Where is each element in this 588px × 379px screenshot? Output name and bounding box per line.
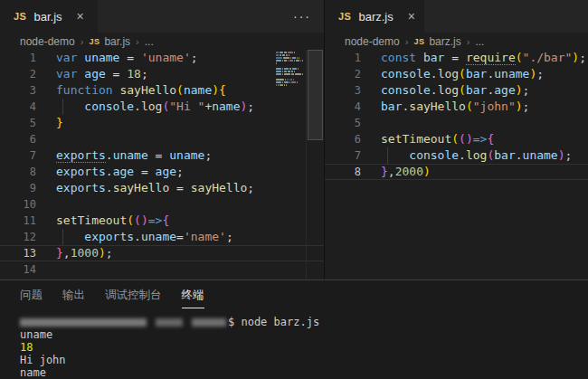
line-number[interactable]: 6 [0, 131, 36, 147]
chevron-right-icon: › [467, 36, 470, 47]
js-file-icon: JS [14, 11, 26, 22]
code-line[interactable]: 4bar.sayHello("john"); [325, 99, 588, 115]
line-number[interactable]: 11 [0, 213, 36, 229]
minimap-line [276, 81, 305, 83]
minimap-line [276, 84, 305, 86]
code-text: console.log(bar.uname); [361, 66, 544, 82]
code-line[interactable]: 14 [0, 261, 324, 278]
minimap-line [276, 79, 305, 81]
code-text: } [36, 115, 63, 131]
breadcrumb: node-demo › JS bar.js › ... [0, 33, 324, 50]
line-number[interactable]: 7 [0, 147, 36, 164]
code-line[interactable]: 8},2000) [325, 164, 588, 180]
code-line[interactable]: 7exports.uname = uname; [0, 147, 324, 164]
line-number[interactable]: 10 [0, 196, 36, 213]
code-text: function sayHello(name){ [36, 82, 226, 99]
code-text: exports.age = age; [36, 164, 184, 180]
minimap-line [276, 52, 305, 53]
code-line[interactable]: 12 exports.uname='name'; [0, 229, 324, 245]
terminal[interactable]: $ node barz.js uname18Hi johnname [0, 309, 588, 379]
line-number[interactable]: 2 [325, 66, 361, 82]
code-line[interactable]: 8exports.age = age; [0, 164, 324, 180]
terminal-output-line: uname [20, 328, 588, 341]
line-number[interactable]: 2 [0, 66, 36, 82]
code-text: var age = 18; [36, 66, 148, 82]
code-text: exports.uname = uname; [36, 147, 212, 164]
tab-label: bar.js [33, 10, 62, 24]
line-number[interactable]: 9 [0, 180, 36, 196]
code-editor-right[interactable]: 1const bar = require("./bar");2console.l… [325, 50, 588, 280]
breadcrumb-file[interactable]: bar.js [104, 35, 130, 48]
code-text: exports.uname='name'; [36, 229, 233, 245]
line-number[interactable]: 8 [0, 164, 36, 180]
terminal-output-line: 18 [20, 341, 588, 354]
code-line[interactable]: 5} [0, 115, 324, 131]
line-number[interactable]: 3 [325, 82, 361, 99]
minimap-line [276, 73, 305, 75]
code-line[interactable]: 13},1000); [0, 245, 324, 261]
code-line[interactable]: 6 [0, 131, 324, 147]
code-text [36, 261, 56, 278]
code-text: console.log("Hi "+name); [36, 99, 254, 115]
js-file-icon: JS [338, 11, 351, 22]
code-line[interactable]: 3console.log(bar.age); [325, 82, 588, 99]
line-number[interactable]: 14 [0, 261, 36, 278]
code-line[interactable]: 10 [0, 196, 324, 213]
panel-tab-问题[interactable]: 问题 [20, 281, 43, 308]
code-line[interactable]: 2console.log(bar.uname); [325, 66, 588, 82]
minimap-line [276, 57, 305, 59]
breadcrumb-symbol[interactable]: ... [145, 35, 154, 48]
editor-group-right: JS barz.js × node-demo › JS barz.js › ..… [325, 0, 588, 280]
code-line[interactable]: 9exports.sayHello = sayHello; [0, 180, 324, 196]
breadcrumb-folder[interactable]: node-demo [345, 35, 400, 48]
breadcrumb-folder[interactable]: node-demo [20, 35, 75, 48]
line-number[interactable]: 3 [0, 82, 36, 99]
line-number[interactable]: 7 [325, 147, 361, 164]
line-number[interactable]: 8 [325, 164, 361, 180]
breadcrumb-symbol[interactable]: ... [475, 35, 484, 48]
line-number[interactable]: 1 [0, 50, 36, 66]
code-line[interactable]: 11setTimeout(()=>{ [0, 213, 324, 229]
code-text: setTimeout(()=>{ [36, 213, 169, 229]
code-line[interactable]: 5 [325, 115, 588, 131]
line-number[interactable]: 5 [325, 115, 361, 131]
code-line[interactable]: 7 console.log(bar.uname); [325, 147, 588, 164]
minimap-line [276, 54, 305, 56]
chevron-right-icon: › [81, 36, 84, 47]
line-number[interactable]: 1 [325, 50, 361, 66]
code-line[interactable]: 1const bar = require("./bar"); [325, 50, 588, 66]
more-actions-icon[interactable]: ··· [293, 0, 311, 33]
code-text: exports.sayHello = sayHello; [36, 180, 254, 196]
indent-guide [62, 99, 63, 115]
tab-barz-js[interactable]: JS barz.js × [325, 0, 424, 33]
tab-bar-left: JS bar.js × ··· [0, 0, 324, 33]
line-number[interactable]: 4 [0, 99, 36, 115]
code-text [36, 196, 56, 213]
code-text: console.log(bar.uname); [361, 147, 572, 164]
redacted-prompt-block [20, 318, 147, 327]
line-number[interactable]: 12 [0, 229, 36, 245]
line-number[interactable]: 4 [325, 99, 361, 115]
tab-bar-js[interactable]: JS bar.js × [0, 0, 98, 33]
code-editor-left[interactable]: 1var uname = 'uname';2var age = 18;3func… [0, 50, 324, 280]
editor-groups: JS bar.js × ··· node-demo › JS bar.js › … [0, 0, 588, 280]
panel-tab-终端[interactable]: 终端 [182, 281, 204, 308]
close-icon[interactable]: × [408, 9, 415, 24]
vertical-scrollbar[interactable] [306, 50, 324, 280]
close-icon[interactable]: × [77, 9, 84, 24]
minimap-line [276, 76, 305, 78]
panel-tab-调试控制台[interactable]: 调试控制台 [105, 281, 162, 308]
line-number[interactable]: 5 [0, 115, 36, 131]
breadcrumb-file[interactable]: barz.js [429, 35, 460, 48]
code-text [361, 115, 381, 131]
panel-tab-输出[interactable]: 输出 [62, 281, 85, 308]
code-line[interactable]: 6setTimeout(()=>{ [325, 131, 588, 147]
code-line[interactable]: 4 console.log("Hi "+name); [0, 99, 324, 115]
scrollbar-slider[interactable] [308, 50, 323, 140]
line-number[interactable]: 13 [0, 245, 36, 261]
minimap[interactable] [276, 52, 305, 90]
line-number[interactable]: 6 [325, 131, 361, 147]
minimap-line [276, 87, 305, 89]
minimap-line [276, 62, 305, 64]
minimap-line [276, 68, 305, 70]
